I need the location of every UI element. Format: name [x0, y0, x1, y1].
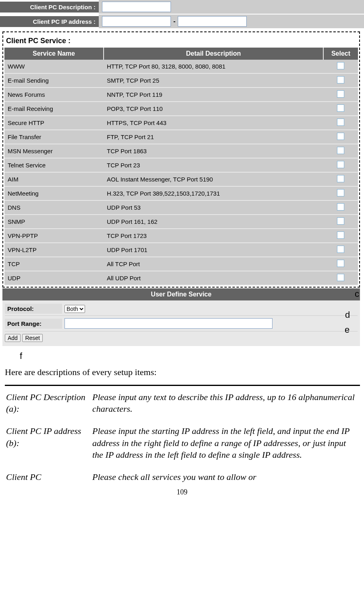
- service-title: Client PC Service :: [4, 33, 358, 48]
- service-detail-cell: TCP Port 1863: [104, 144, 323, 158]
- th-service: Service Name: [4, 48, 104, 60]
- service-checkbox[interactable]: [337, 161, 344, 168]
- service-checkbox[interactable]: [337, 246, 344, 253]
- service-name-cell: News Forums: [4, 88, 104, 102]
- service-detail-cell: NNTP, TCP Port 119: [104, 88, 323, 102]
- doc-divider: [5, 385, 360, 386]
- service-select-cell: [323, 215, 358, 229]
- service-checkbox[interactable]: [337, 147, 344, 154]
- service-checkbox[interactable]: [337, 76, 344, 83]
- table-row: TCPAll TCP Port: [4, 257, 358, 271]
- service-checkbox[interactable]: [337, 119, 344, 126]
- service-checkbox[interactable]: [337, 104, 344, 112]
- table-row: UDPAll UDP Port: [4, 271, 358, 285]
- protocol-label: Protocol:: [5, 304, 62, 314]
- table-row: E-mail SendingSMTP, TCP Port 25: [4, 73, 358, 88]
- service-select-cell: [323, 130, 358, 144]
- service-checkbox[interactable]: [337, 90, 344, 98]
- service-name-cell: WWW: [4, 60, 104, 73]
- service-checkbox[interactable]: [337, 203, 344, 211]
- table-row: E-mail ReceivingPOP3, TCP Port 110: [4, 102, 358, 116]
- service-checkbox[interactable]: [337, 231, 344, 239]
- port-range-label: Port Range:: [5, 319, 62, 329]
- page-number: 109: [0, 484, 364, 500]
- service-box: Client PC Service : Service Name Detail …: [2, 31, 360, 288]
- desc-text: Please check all services you want to al…: [92, 471, 359, 483]
- annotation-f: f: [20, 351, 22, 361]
- service-detail-cell: UDP Port 53: [104, 200, 323, 215]
- service-detail-cell: All UDP Port: [104, 271, 323, 285]
- service-detail-cell: TCP Port 23: [104, 158, 323, 172]
- service-name-cell: File Transfer: [4, 130, 104, 144]
- service-name-cell: AIM: [4, 172, 104, 186]
- service-detail-cell: FTP, TCP Port 21: [104, 130, 323, 144]
- table-row: MSN MessengerTCP Port 1863: [4, 144, 358, 158]
- doc-intro: Here are descriptions of every setup ite…: [5, 366, 360, 378]
- service-select-cell: [323, 200, 358, 215]
- port-range-input[interactable]: [64, 318, 272, 329]
- service-detail-cell: HTTPS, TCP Port 443: [104, 116, 323, 130]
- client-desc-cell: [99, 0, 364, 14]
- service-detail-cell: UDP Port 161, 162: [104, 215, 323, 229]
- table-row: WWWHTTP, TCP Port 80, 3128, 8000, 8080, …: [4, 60, 358, 73]
- service-select-cell: [323, 60, 358, 73]
- service-detail-cell: SMTP, TCP Port 25: [104, 73, 323, 88]
- service-select-cell: [323, 172, 358, 186]
- table-row: Telnet ServiceTCP Port 23: [4, 158, 358, 172]
- service-detail-cell: AOL Instant Messenger, TCP Port 5190: [104, 172, 323, 186]
- service-checkbox[interactable]: [337, 175, 344, 182]
- client-desc-input[interactable]: [102, 2, 171, 12]
- service-name-cell: E-mail Sending: [4, 73, 104, 88]
- table-row: SNMPUDP Port 161, 162: [4, 215, 358, 229]
- service-select-cell: [323, 144, 358, 158]
- service-select-cell: [323, 73, 358, 88]
- client-ip-start-input[interactable]: [102, 16, 171, 27]
- desc-text: Please input any text to describe this I…: [92, 391, 359, 424]
- service-checkbox[interactable]: [337, 189, 344, 196]
- service-detail-cell: TCP Port 1723: [104, 229, 323, 243]
- service-name-cell: VPN-PPTP: [4, 229, 104, 243]
- service-select-cell: [323, 102, 358, 116]
- service-name-cell: MSN Messenger: [4, 144, 104, 158]
- table-row: AIMAOL Instant Messenger, TCP Port 5190: [4, 172, 358, 186]
- th-select: Select: [323, 48, 358, 60]
- reset-button[interactable]: Reset: [22, 334, 43, 342]
- doc-section: Here are descriptions of every setup ite…: [0, 346, 364, 484]
- client-desc-label: Client PC Description :: [0, 2, 99, 13]
- table-row: VPN-L2TPUDP Port 1701: [4, 243, 358, 257]
- service-checkbox[interactable]: [337, 274, 344, 281]
- service-name-cell: E-mail Receiving: [4, 102, 104, 116]
- service-name-cell: NetMeeting: [4, 186, 104, 200]
- service-checkbox[interactable]: [337, 260, 344, 267]
- protocol-select[interactable]: Both: [64, 305, 85, 313]
- service-detail-cell: H.323, TCP Port 389,522,1503,1720,1731: [104, 186, 323, 200]
- service-checkbox[interactable]: [337, 217, 344, 225]
- service-detail-cell: POP3, TCP Port 110: [104, 102, 323, 116]
- table-row: File TransferFTP, TCP Port 21: [4, 130, 358, 144]
- user-define-header: User Define Service: [2, 288, 360, 300]
- desc-table: Client PC Description (a):Please input a…: [5, 390, 360, 484]
- service-name-cell: SNMP: [4, 215, 104, 229]
- desc-label: Client PC Description (a):: [6, 391, 91, 424]
- service-select-cell: [323, 186, 358, 200]
- client-ip-label: Client PC IP address :: [0, 16, 99, 27]
- service-table: Service Name Detail Description Select W…: [4, 48, 358, 286]
- client-ip-row: Client PC IP address : -: [0, 15, 364, 28]
- service-select-cell: [323, 271, 358, 285]
- annotation-d: d: [345, 310, 350, 320]
- add-button[interactable]: Add: [5, 334, 21, 342]
- service-name-cell: UDP: [4, 271, 104, 285]
- service-select-cell: [323, 88, 358, 102]
- table-row: VPN-PPTPTCP Port 1723: [4, 229, 358, 243]
- service-detail-cell: All TCP Port: [104, 257, 323, 271]
- client-ip-cell: -: [99, 15, 364, 28]
- service-select-cell: [323, 257, 358, 271]
- service-checkbox[interactable]: [337, 62, 344, 69]
- service-name-cell: Telnet Service: [4, 158, 104, 172]
- user-define-body: Protocol: Both Port Range: Add Reset: [2, 300, 360, 346]
- desc-text: Please input the starting IP address in …: [92, 425, 359, 470]
- service-checkbox[interactable]: [337, 133, 344, 140]
- service-detail-cell: HTTP, TCP Port 80, 3128, 8000, 8080, 808…: [104, 60, 323, 73]
- ip-separator: -: [173, 18, 175, 25]
- client-ip-end-input[interactable]: [178, 16, 247, 27]
